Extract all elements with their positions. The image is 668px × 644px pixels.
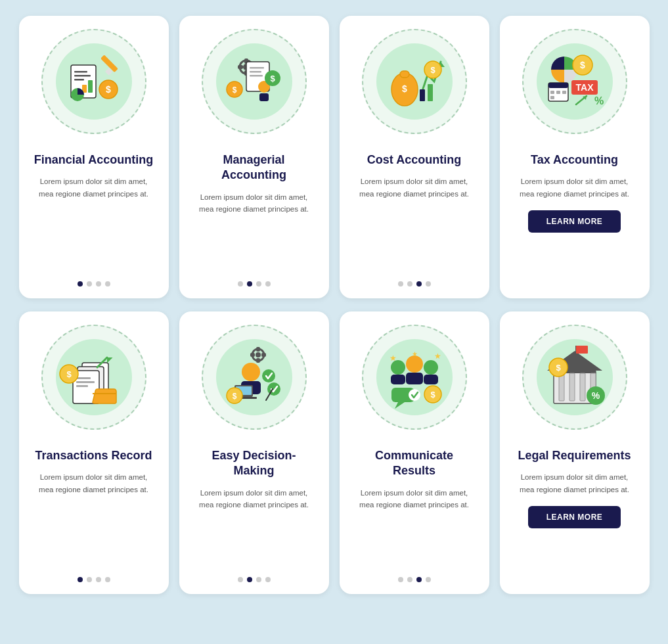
card-icon-area: $ — [19, 16, 169, 147]
svg-text:TAX: TAX — [575, 82, 594, 93]
card-title: Legal Requirements — [518, 448, 631, 463]
svg-rect-21 — [250, 71, 261, 73]
svg-text:$: $ — [106, 84, 111, 95]
dot-3 — [96, 577, 101, 582]
svg-rect-31 — [400, 71, 409, 78]
svg-text:$: $ — [270, 74, 275, 83]
svg-rect-86 — [424, 375, 438, 384]
svg-rect-69 — [250, 353, 255, 357]
cost-icon: $ $ — [375, 42, 454, 121]
card-title: Managerial Accounting — [192, 152, 316, 183]
svg-text:★: ★ — [390, 354, 397, 363]
svg-point-76 — [262, 369, 275, 382]
card-title: Transactions Record — [35, 448, 152, 463]
svg-rect-24 — [259, 93, 269, 101]
dot-4 — [426, 281, 431, 287]
svg-text:$: $ — [430, 390, 435, 400]
svg-rect-101 — [580, 373, 585, 401]
card-desc: Lorem ipsum dolor sit dim amet, mea regi… — [513, 471, 636, 495]
card-communicate-results: ★ ★ ★ $ Communicate Results Lorem ipsum … — [340, 311, 489, 594]
svg-point-66 — [256, 352, 261, 357]
svg-rect-4 — [74, 79, 84, 81]
svg-text:%: % — [591, 390, 600, 401]
card-legal-requirements: $ % Legal Requirements Lorem ipsum dolor… — [500, 311, 650, 594]
icon-circle: $ $ — [362, 29, 467, 134]
icon-circle: $ — [41, 325, 146, 430]
card-dots — [398, 565, 431, 582]
card-cost-accounting: $ $ Cost Accounting Lorem ipsum dolor si… — [340, 16, 489, 298]
dot-3 — [96, 281, 101, 287]
card-dots — [78, 269, 110, 287]
svg-text:$: $ — [66, 369, 72, 379]
dot-4 — [426, 577, 431, 582]
dot-3 — [256, 577, 261, 582]
card-title: Easy Decision-Making — [192, 448, 316, 479]
svg-text:$: $ — [430, 65, 435, 75]
svg-point-85 — [424, 360, 438, 375]
svg-rect-82 — [391, 375, 405, 384]
svg-rect-47 — [556, 91, 560, 94]
icon-circle: $ $ — [202, 29, 307, 134]
dot-4 — [265, 577, 271, 582]
svg-rect-48 — [562, 91, 566, 94]
card-desc: Lorem ipsum dolor sit dim amet, mea regi… — [32, 471, 156, 495]
icon-circle: $ — [41, 29, 146, 134]
communicate-icon: ★ ★ ★ $ — [375, 338, 454, 417]
dot-2 — [87, 577, 92, 582]
dot-1 — [398, 281, 403, 287]
card-dots — [78, 565, 110, 582]
svg-point-92 — [409, 389, 420, 401]
svg-rect-67 — [256, 347, 260, 352]
icon-circle: $ — [202, 325, 307, 430]
card-financial-accounting: $ Financial Accounting Lorem ipsum dolor… — [19, 16, 169, 298]
decision-icon: $ — [215, 338, 294, 417]
svg-rect-56 — [76, 377, 91, 379]
icon-circle: $ TAX % — [522, 29, 627, 134]
svg-rect-70 — [261, 353, 266, 357]
svg-rect-6 — [88, 80, 93, 93]
dot-2 — [247, 281, 252, 287]
dot-1 — [78, 281, 83, 287]
dot-3 — [416, 281, 422, 287]
dot-2 — [87, 281, 92, 287]
svg-rect-108 — [576, 346, 588, 354]
card-icon-area: $ — [179, 311, 329, 443]
top-row: $ Financial Accounting Lorem ipsum dolor… — [16, 16, 652, 298]
transactions-icon: $ — [55, 338, 133, 417]
svg-rect-34 — [420, 89, 425, 101]
svg-rect-46 — [550, 91, 554, 94]
card-desc: Lorem ipsum dolor sit dim amet, mea regi… — [192, 487, 316, 511]
svg-text:$: $ — [556, 363, 561, 373]
svg-rect-17 — [238, 65, 243, 69]
learn-more-button-tax[interactable]: LEARN MORE — [528, 210, 621, 233]
bottom-row: $ Transactions Record Lorem ipsum dolor … — [16, 311, 652, 594]
svg-text:★: ★ — [412, 350, 418, 357]
card-transactions-record: $ Transactions Record Lorem ipsum dolor … — [19, 311, 169, 594]
card-desc: Lorem ipsum dolor sit dim amet, mea regi… — [32, 175, 156, 200]
managerial-icon: $ $ — [215, 42, 294, 121]
svg-rect-58 — [76, 385, 88, 387]
dot-4 — [265, 281, 271, 287]
card-desc: Lorem ipsum dolor sit dim amet, mea regi… — [513, 175, 636, 200]
svg-text:$: $ — [580, 60, 585, 70]
learn-more-button-legal[interactable]: LEARN MORE — [528, 506, 621, 528]
dot-1 — [238, 281, 243, 287]
svg-text:$: $ — [402, 83, 407, 94]
dot-1 — [398, 577, 403, 582]
dot-1 — [78, 577, 83, 582]
card-title: Tax Accounting — [531, 152, 618, 168]
icon-circle: $ % — [522, 325, 627, 430]
card-dots — [238, 565, 271, 582]
svg-rect-45 — [548, 83, 568, 88]
svg-point-71 — [242, 363, 260, 381]
card-icon-area: $ TAX % — [500, 16, 650, 147]
svg-rect-63 — [93, 393, 116, 394]
card-icon-area: ★ ★ ★ $ — [340, 311, 489, 443]
svg-rect-68 — [256, 358, 260, 363]
card-managerial-accounting: $ $ Managerial Accounting Lorem ipsum do… — [179, 16, 329, 298]
dot-2 — [407, 577, 412, 582]
svg-text:$: $ — [232, 85, 236, 95]
svg-rect-22 — [250, 75, 263, 77]
dot-1 — [238, 577, 243, 582]
svg-rect-3 — [74, 75, 91, 77]
